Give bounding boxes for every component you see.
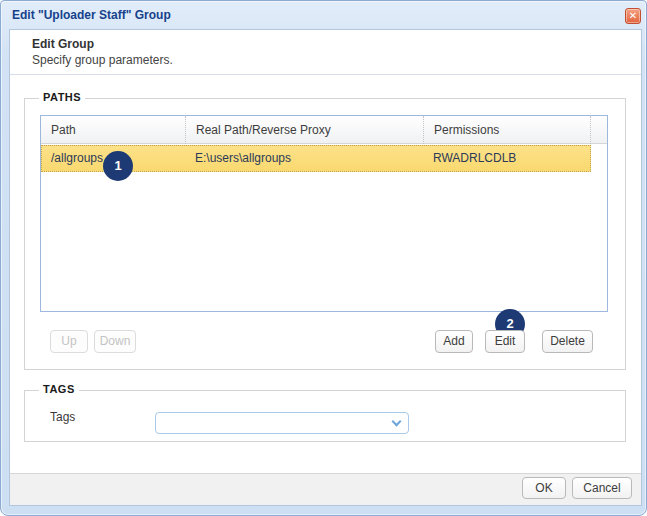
cell-permissions: RWADRLCDLB [424, 146, 590, 171]
edit-button[interactable]: Edit [485, 330, 525, 353]
column-header-path[interactable]: Path [41, 116, 186, 144]
down-button[interactable]: Down [94, 330, 136, 353]
ok-button[interactable]: OK [522, 477, 566, 499]
edit-group-dialog: Edit "Uploader Staff" Group ✕ Edit Group… [0, 0, 647, 516]
cancel-button[interactable]: Cancel [572, 477, 632, 499]
tags-combobox-trigger[interactable] [386, 413, 408, 433]
close-icon[interactable]: ✕ [625, 8, 641, 24]
header-divider [10, 74, 641, 75]
paths-legend: PATHS [39, 91, 85, 103]
delete-button[interactable]: Delete [542, 330, 593, 353]
paths-table: Path Real Path/Reverse Proxy Permissions… [40, 115, 608, 312]
paths-table-header: Path Real Path/Reverse Proxy Permissions [41, 116, 607, 144]
tags-legend: TAGS [39, 383, 79, 395]
tags-field-label: Tags [50, 410, 75, 424]
annotation-step-1-badge: 1 [103, 151, 133, 181]
section-title: Edit Group [32, 37, 94, 51]
scrollbar-spacer [591, 116, 607, 144]
section-subtitle: Specify group parameters. [32, 53, 173, 67]
up-button[interactable]: Up [50, 330, 88, 353]
column-header-permissions[interactable]: Permissions [424, 116, 591, 144]
dialog-body: Edit Group Specify group parameters. PAT… [9, 29, 642, 506]
add-button[interactable]: Add [435, 330, 473, 353]
chevron-down-icon [392, 417, 402, 427]
dialog-title: Edit "Uploader Staff" Group [12, 8, 171, 22]
tags-combobox-value [162, 413, 382, 433]
column-header-real-path[interactable]: Real Path/Reverse Proxy [186, 116, 424, 144]
cell-real-path: E:\users\allgroups [186, 146, 424, 171]
tags-combobox[interactable] [155, 412, 409, 434]
